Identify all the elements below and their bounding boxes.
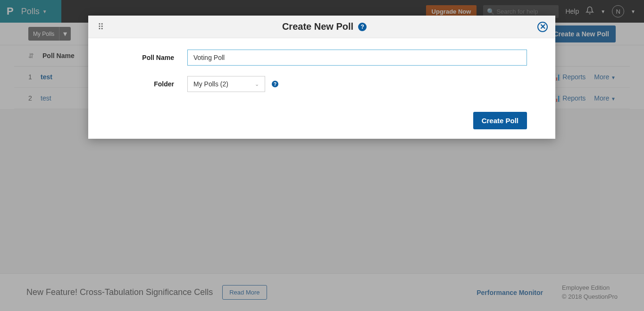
drag-handle-icon[interactable]: ⠿ — [98, 22, 103, 32]
pollname-label: Poll Name — [117, 54, 187, 61]
close-icon[interactable]: ✕ — [537, 22, 548, 32]
modal-title: Create New Poll ? — [282, 21, 367, 32]
create-poll-modal: ⠿ Create New Poll ? ✕ Poll Name Folder M… — [88, 16, 555, 139]
help-icon[interactable]: ? — [272, 81, 278, 87]
modal-body: Poll Name Folder My Polls (2) ⌄ ? — [88, 38, 555, 112]
modal-footer: Create Poll — [88, 112, 555, 139]
folder-select-value: My Polls (2) — [193, 80, 228, 88]
form-row-pollname: Poll Name — [117, 50, 527, 66]
modal-title-text: Create New Poll — [282, 21, 353, 32]
help-icon[interactable]: ? — [358, 23, 367, 31]
pollname-input[interactable] — [187, 50, 527, 66]
folder-label: Folder — [117, 80, 187, 88]
create-poll-submit-button[interactable]: Create Poll — [473, 112, 527, 129]
modal-header: ⠿ Create New Poll ? ✕ — [88, 16, 555, 38]
folder-select[interactable]: My Polls (2) ⌄ — [187, 76, 265, 92]
form-row-folder: Folder My Polls (2) ⌄ ? — [117, 76, 527, 92]
chevron-down-icon: ⌄ — [255, 81, 259, 87]
